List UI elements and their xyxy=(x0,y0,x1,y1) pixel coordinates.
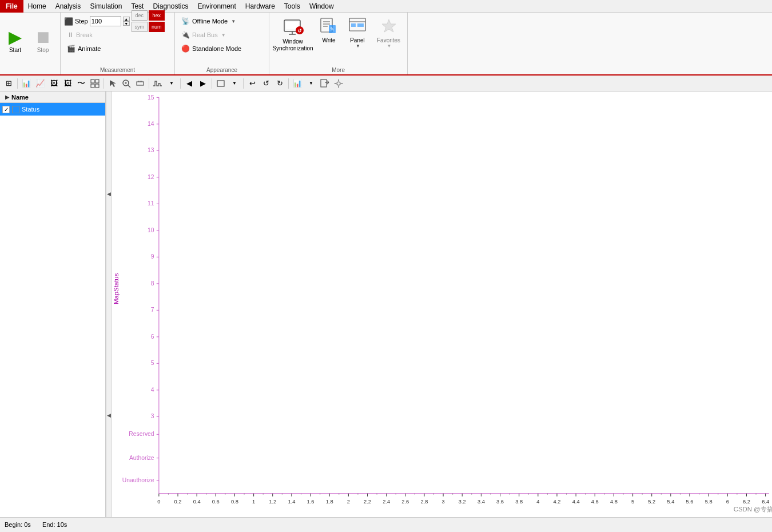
step-row: ⬛ Step ▲ ▼ dec hex sym num xyxy=(64,15,165,27)
svg-text:1: 1 xyxy=(252,499,255,505)
svg-text:3.2: 3.2 xyxy=(459,499,466,505)
break-label: Break xyxy=(76,31,93,38)
animate-icon: 🎬 xyxy=(67,45,75,53)
menu-analysis[interactable]: Analysis xyxy=(51,0,86,13)
svg-text:5.8: 5.8 xyxy=(705,499,713,505)
menu-environment[interactable]: Environment xyxy=(193,0,240,13)
appearance-group-label: Appearance xyxy=(175,67,269,73)
tb-wave-btn[interactable]: 〜 xyxy=(75,77,87,90)
file-menu[interactable]: File xyxy=(0,0,23,13)
tb-dd-btn3[interactable]: ▼ xyxy=(305,77,317,90)
write-label: Write xyxy=(322,37,335,43)
standalone-mode-button[interactable]: 🔴 Standalone Mode xyxy=(178,42,244,55)
svg-rect-19 xyxy=(91,84,94,88)
spin-down[interactable]: ▼ xyxy=(123,21,130,26)
window-sync-label: Window Synchronization xyxy=(272,38,313,52)
svg-text:3: 3 xyxy=(442,499,445,505)
svg-text:✎: ✎ xyxy=(330,26,335,32)
panel-collapse-bar[interactable]: ◀ ◀ xyxy=(106,92,112,517)
svg-text:5.2: 5.2 xyxy=(648,499,655,505)
animate-button[interactable]: 🎬 Animate xyxy=(64,42,104,55)
favorites-button[interactable]: Favorites ▼ xyxy=(373,15,404,51)
tb-rect-btn[interactable] xyxy=(214,77,227,90)
tb-redo2-btn[interactable]: ↻ xyxy=(273,77,286,90)
main-area: ▶ Name ✓ Status ◀ ◀ MapStatus xyxy=(0,92,772,517)
chart-area: MapStatus 15 14 13 12 xyxy=(112,92,772,517)
real-bus-label: Real Bus xyxy=(192,31,218,38)
tb-settings-btn[interactable] xyxy=(332,77,345,90)
tb-cursor-btn[interactable] xyxy=(106,77,119,90)
tb-export-btn[interactable] xyxy=(319,77,331,90)
hex-btn[interactable]: hex xyxy=(149,10,165,21)
write-icon: ✎ xyxy=(320,17,338,36)
svg-text:12: 12 xyxy=(148,174,154,180)
svg-rect-30 xyxy=(217,81,224,86)
favorites-label: Favorites xyxy=(377,37,400,43)
animate-label: Animate xyxy=(78,45,101,52)
dec-btn[interactable]: dec xyxy=(132,10,148,21)
tb-line-chart-btn[interactable]: 📈 xyxy=(34,77,46,90)
svg-text:6: 6 xyxy=(726,499,729,505)
window-sync-button[interactable]: ↺ Window Synchronization xyxy=(273,15,313,55)
tb-undo-btn[interactable]: ↩ xyxy=(246,77,258,90)
svg-text:2.2: 2.2 xyxy=(364,499,371,505)
menu-hardware[interactable]: Hardware xyxy=(241,0,280,13)
menu-window[interactable]: Window xyxy=(305,0,339,13)
signal-color-status[interactable] xyxy=(12,106,19,113)
step-icon-row: ⬛ Step xyxy=(64,17,88,26)
svg-text:↺: ↺ xyxy=(297,28,302,34)
tb-image-btn2[interactable]: 🖼 xyxy=(61,77,74,90)
svg-text:0.4: 0.4 xyxy=(193,499,201,505)
ribbon-group-measurement: ⬛ Step ▲ ▼ dec hex sym num xyxy=(61,13,175,74)
tb-arrow-left-btn[interactable]: ◀ xyxy=(183,77,196,90)
tb-grid-btn[interactable]: ⊞ xyxy=(2,77,15,90)
svg-marker-21 xyxy=(110,80,116,87)
signal-checkbox-status[interactable]: ✓ xyxy=(2,106,10,113)
step-icon: ⬛ xyxy=(64,17,73,26)
tb-redo-btn[interactable]: ↺ xyxy=(260,77,272,90)
format-box: dec hex sym num xyxy=(132,10,165,32)
panel-label: Panel xyxy=(350,37,365,43)
tb-dd-btn2[interactable]: ▼ xyxy=(228,77,241,90)
collapse-arrow[interactable]: ▶ xyxy=(3,94,10,101)
start-label: Start xyxy=(9,47,21,53)
tb-image-btn1[interactable]: 🖼 xyxy=(47,77,60,90)
tb-signal-btn[interactable] xyxy=(152,77,164,90)
collapse-arrow-top[interactable]: ◀ xyxy=(107,191,111,197)
tb-bar-chart-btn[interactable]: 📊 xyxy=(20,77,33,90)
break-button[interactable]: ⏸ Break xyxy=(64,29,95,41)
stop-button[interactable]: ⏹ Stop xyxy=(29,25,57,55)
num-btn[interactable]: num xyxy=(149,22,165,32)
step-input[interactable] xyxy=(90,16,121,26)
step-label: Step xyxy=(75,18,88,25)
write-button[interactable]: ✎ Write xyxy=(316,15,341,46)
menu-home[interactable]: Home xyxy=(23,0,51,13)
panel-button[interactable]: Panel ▼ xyxy=(345,15,370,51)
tb-dd-btn[interactable]: ▼ xyxy=(165,77,178,90)
start-icon: ▶ xyxy=(9,27,22,47)
svg-text:0.8: 0.8 xyxy=(231,499,238,505)
collapse-arrow-bottom[interactable]: ◀ xyxy=(107,412,111,418)
spin-up[interactable]: ▲ xyxy=(123,17,130,21)
tb-arrow-right-btn[interactable]: ▶ xyxy=(197,77,209,90)
svg-marker-16 xyxy=(382,19,396,32)
real-bus-button[interactable]: 🔌 Real Bus ▼ xyxy=(178,29,229,41)
chart-inner: MapStatus 15 14 13 12 xyxy=(112,92,772,517)
tb-sep-7 xyxy=(288,78,289,89)
svg-text:CSDN @专搞车机: CSDN @专搞车机 xyxy=(734,506,772,513)
tb-grid-view-btn[interactable] xyxy=(89,77,101,90)
menu-bar: File Home Analysis Simulation Test Diagn… xyxy=(0,0,772,13)
start-button[interactable]: ▶ Start xyxy=(3,25,27,55)
step-spinner[interactable]: ▲ ▼ xyxy=(123,17,130,26)
svg-line-23 xyxy=(128,85,130,88)
menu-simulation[interactable]: Simulation xyxy=(85,0,126,13)
tb-zoom-btn[interactable] xyxy=(120,77,133,90)
menu-tools[interactable]: Tools xyxy=(280,0,305,13)
sym-btn[interactable]: sym xyxy=(132,22,148,32)
offline-mode-button[interactable]: 📡 Offline Mode ▼ xyxy=(178,15,238,27)
tb-chart2-btn[interactable]: 📊 xyxy=(291,77,304,90)
signal-name-status[interactable]: Status xyxy=(22,106,103,113)
ribbon: ▶ Start ⏹ Stop ⬛ Step ▲ ▼ xyxy=(0,13,772,76)
tb-measure-btn[interactable] xyxy=(134,77,146,90)
svg-text:5.4: 5.4 xyxy=(667,499,674,505)
